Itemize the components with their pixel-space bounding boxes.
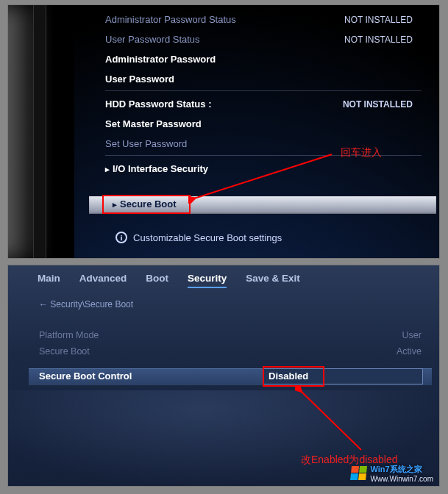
row-label: Administrator Password xyxy=(105,54,216,65)
tab-main[interactable]: Main xyxy=(38,273,60,288)
settings-row[interactable]: Administrator Password xyxy=(105,49,422,69)
secure-boot-label: Secure Boot xyxy=(113,198,177,210)
tab-boot[interactable]: Boot xyxy=(146,273,168,288)
row-label: I/O Interface Security xyxy=(105,163,208,174)
tab-security[interactable]: Security xyxy=(188,273,227,288)
secure-boot-control-value: Disabled xyxy=(269,370,308,382)
settings-row[interactable]: HDD Password Status :NOT INSTALLED xyxy=(105,94,422,114)
windows-logo-icon xyxy=(350,466,368,481)
tab-save-exit[interactable]: Save & Exit xyxy=(246,273,300,288)
watermark: Win7系统之家 Www.Winwin7.com xyxy=(351,464,433,483)
row-value: NOT INSTALLED xyxy=(343,99,413,110)
secure-boot-control-label: Secure Boot Control xyxy=(39,370,132,382)
settings-row[interactable]: I/O Interface Security xyxy=(105,159,422,179)
breadcrumb: Security\Secure Boot xyxy=(39,299,133,309)
row-label: User Password xyxy=(105,74,174,85)
annotation-text-enter: 回车进入 xyxy=(341,146,382,160)
settings-row[interactable]: User Password xyxy=(105,69,422,89)
row-label: User Password Status xyxy=(105,34,200,45)
tab-advanced[interactable]: Advanced xyxy=(79,273,127,288)
row-label: HDD Password Status : xyxy=(105,99,211,110)
settings-row: Administrator Password StatusNOT INSTALL… xyxy=(105,10,422,29)
info-icon: i xyxy=(115,232,127,243)
footer-hint: i Customizable Secure Boot settings xyxy=(115,232,282,243)
row-label: Administrator Password Status xyxy=(105,14,236,25)
row-label: Set User Password xyxy=(105,138,187,149)
row-value: NOT INSTALLED xyxy=(344,15,413,25)
settings-row: User Password StatusNOT INSTALLED xyxy=(105,29,422,49)
laptop-hinge xyxy=(33,5,46,259)
row-value: NOT INSTALLED xyxy=(344,35,413,45)
bios-security-screen: Administrator Password StatusNOT INSTALL… xyxy=(7,4,440,259)
platform-mode-row: Platform Mode User xyxy=(39,330,422,340)
bios-secure-boot-screen: MainAdvancedBootSecuritySave & Exit Secu… xyxy=(7,265,440,487)
row-label: Set Master Password xyxy=(105,118,202,129)
footer-hint-text: Customizable Secure Boot settings xyxy=(133,232,282,243)
bios-tab-bar: MainAdvancedBootSecuritySave & Exit xyxy=(38,273,300,288)
secure-boot-menu-item[interactable]: Secure Boot xyxy=(89,196,436,214)
secure-boot-status-row: Secure Boot Active xyxy=(39,346,422,357)
settings-row[interactable]: Set Master Password xyxy=(105,114,422,134)
watermark-text: Win7系统之家 Www.Winwin7.com xyxy=(370,464,433,483)
